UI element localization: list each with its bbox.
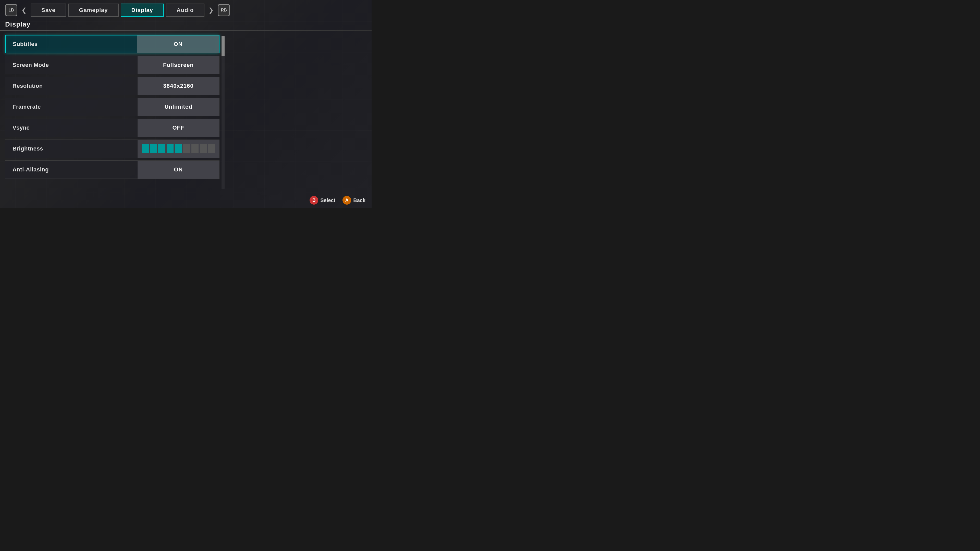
brightness-seg-9	[208, 144, 215, 153]
brightness-seg-3	[158, 144, 165, 153]
setting-resolution-value: 3840x2160	[138, 77, 219, 95]
action-select: B Select	[310, 196, 335, 205]
brightness-seg-7	[191, 144, 199, 153]
select-label: Select	[320, 197, 335, 203]
setting-screen-mode-label: Screen Mode	[5, 62, 138, 68]
setting-subtitles-value: ON	[137, 35, 219, 53]
tab-display[interactable]: Display	[121, 3, 164, 17]
brightness-seg-1	[142, 144, 149, 153]
divider	[0, 30, 372, 31]
setting-brightness[interactable]: Brightness	[5, 140, 220, 158]
action-back: A Back	[342, 196, 366, 205]
setting-vsync-value: OFF	[138, 119, 219, 137]
scrollbar-track[interactable]	[221, 36, 224, 189]
brightness-seg-6	[183, 144, 190, 153]
lb-button[interactable]: LB	[5, 4, 18, 16]
brightness-bar[interactable]	[138, 140, 219, 158]
setting-subtitles-label: Subtitles	[6, 41, 137, 48]
top-navigation: LB ❮ Save Gameplay Display Audio ❯ RB	[0, 0, 372, 19]
a-button-icon: A	[342, 196, 351, 205]
brightness-seg-5	[175, 144, 182, 153]
setting-anti-aliasing-value: ON	[138, 161, 219, 179]
setting-brightness-label: Brightness	[5, 145, 138, 152]
setting-resolution-label: Resolution	[5, 83, 138, 89]
setting-resolution[interactable]: Resolution 3840x2160	[5, 77, 220, 95]
back-label: Back	[353, 197, 366, 203]
rb-button[interactable]: RB	[218, 4, 230, 16]
page-title: Display	[0, 19, 372, 30]
setting-framerate-value: Unlimited	[138, 98, 219, 116]
tab-gameplay[interactable]: Gameplay	[68, 3, 118, 17]
b-button-icon: B	[310, 196, 318, 205]
tab-audio[interactable]: Audio	[166, 3, 204, 17]
scrollbar-thumb[interactable]	[221, 36, 224, 56]
bottom-bar: B Select A Back	[304, 192, 372, 208]
setting-framerate-label: Framerate	[5, 103, 138, 110]
setting-anti-aliasing[interactable]: Anti-Aliasing ON	[5, 160, 220, 179]
setting-framerate[interactable]: Framerate Unlimited	[5, 98, 220, 116]
setting-vsync[interactable]: Vsync OFF	[5, 119, 220, 137]
setting-anti-aliasing-label: Anti-Aliasing	[5, 166, 138, 173]
settings-list: Subtitles ON Screen Mode Fullscreen Reso…	[5, 35, 220, 189]
settings-area: Subtitles ON Screen Mode Fullscreen Reso…	[0, 35, 372, 189]
setting-vsync-label: Vsync	[5, 124, 138, 131]
setting-screen-mode-value: Fullscreen	[138, 56, 219, 74]
left-arrow[interactable]: ❮	[19, 4, 29, 16]
setting-subtitles[interactable]: Subtitles ON	[5, 35, 220, 53]
right-arrow[interactable]: ❯	[207, 4, 216, 16]
brightness-seg-2	[150, 144, 157, 153]
tab-save[interactable]: Save	[30, 3, 66, 17]
brightness-seg-4	[167, 144, 174, 153]
brightness-seg-8	[200, 144, 207, 153]
setting-screen-mode[interactable]: Screen Mode Fullscreen	[5, 56, 220, 74]
